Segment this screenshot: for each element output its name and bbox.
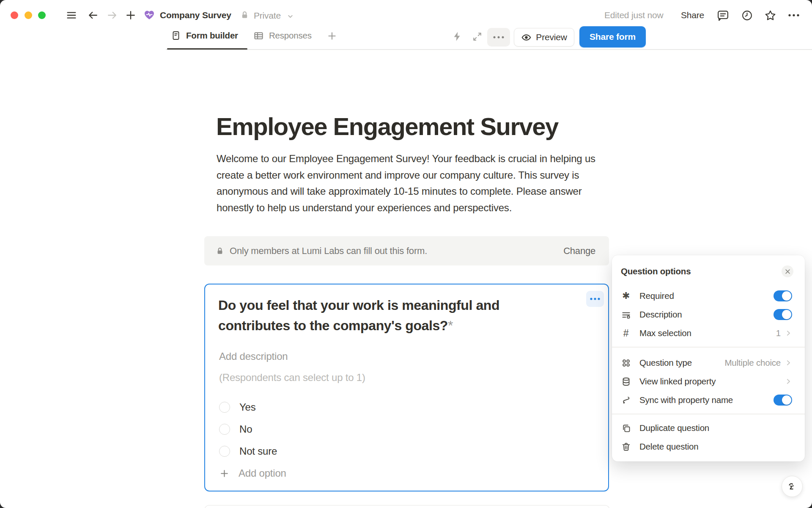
active-tab-underline (167, 48, 247, 50)
selection-hint: (Respondents can select up to 1) (219, 372, 365, 384)
option-row-no[interactable]: No (219, 418, 252, 440)
add-option-button[interactable]: Add option (219, 464, 286, 483)
tab-row-divider (166, 49, 812, 50)
form-description[interactable]: Welcome to our Employee Engagement Surve… (217, 151, 617, 216)
popup-row-delete-question[interactable]: Delete question (612, 437, 805, 456)
option-label[interactable]: Not sure (239, 445, 277, 457)
option-label[interactable]: No (239, 423, 252, 435)
tab-form-builder-label: Form builder (186, 30, 238, 41)
access-notice-text: Only members at Lumi Labs can fill out t… (230, 246, 427, 257)
duplicate-icon (621, 423, 631, 433)
app-window: Company Survey Private Edited just now S… (0, 0, 812, 508)
question-type-value: Multiple choice (724, 358, 781, 368)
favorite-star-icon[interactable] (764, 9, 777, 22)
popup-row-required[interactable]: ✱ Required (612, 287, 805, 305)
responses-table-icon (253, 30, 264, 41)
max-selection-value: 1 (776, 328, 781, 338)
comments-icon[interactable] (716, 9, 730, 22)
privacy-status[interactable]: Private (254, 11, 281, 21)
popup-divider (612, 347, 805, 348)
popup-row-sync-property[interactable]: Sync with property name (612, 391, 805, 409)
trash-icon (621, 442, 631, 452)
notice-lock-icon (216, 247, 224, 255)
question-title[interactable]: Do you feel that your work is meaningful… (218, 295, 569, 336)
sync-property-label: Sync with property name (639, 395, 733, 405)
privacy-chevron-down-icon[interactable] (287, 13, 294, 20)
sync-curve-icon (621, 395, 631, 405)
back-arrow-icon[interactable] (87, 9, 99, 21)
share-button[interactable]: Share (681, 10, 704, 20)
description-toggle[interactable] (774, 309, 792, 320)
delete-question-label: Delete question (639, 442, 698, 452)
sync-property-toggle[interactable] (774, 395, 792, 406)
chevron-right-icon (785, 359, 792, 367)
popup-row-max-selection[interactable]: # Max selection 1 (612, 324, 805, 342)
share-form-button-label: Share form (590, 32, 636, 42)
view-linked-property-label: View linked property (639, 376, 716, 387)
new-tab-plus-icon[interactable] (125, 9, 137, 21)
edited-status: Edited just now (604, 10, 663, 20)
option-label[interactable]: Yes (239, 401, 256, 413)
breadcrumb-page-title[interactable]: Company Survey (160, 10, 231, 20)
automations-lightning-icon[interactable] (452, 31, 463, 42)
option-row-yes[interactable]: Yes (219, 396, 256, 418)
required-label: Required (639, 291, 674, 301)
popup-row-question-type[interactable]: Question type Multiple choice (612, 353, 805, 372)
form-title[interactable]: Employee Engagement Survey (216, 113, 618, 140)
popup-title: Question options (621, 266, 691, 276)
add-description-placeholder[interactable]: Add description (219, 351, 288, 362)
chevron-right-icon (785, 329, 792, 337)
tab-form-builder[interactable]: Form builder (171, 29, 238, 42)
close-icon[interactable] (782, 265, 793, 277)
chevron-right-icon (785, 378, 792, 385)
share-form-button[interactable]: Share form (579, 26, 646, 47)
page-heart-pulse-icon (143, 9, 155, 21)
preview-button-label: Preview (536, 32, 567, 42)
question-options-button[interactable] (586, 291, 604, 307)
access-notice-bar: Only members at Lumi Labs can fill out t… (204, 236, 609, 265)
next-question-card-edge (204, 505, 610, 508)
popup-row-description[interactable]: Description (612, 305, 805, 324)
window-zoom-button[interactable] (38, 11, 46, 19)
asterisk-icon: ✱ (621, 290, 631, 301)
database-icon (621, 377, 631, 387)
window-close-button[interactable] (11, 11, 18, 19)
question-title-text: Do you feel that your work is meaningful… (218, 298, 499, 333)
required-toggle[interactable] (774, 290, 792, 301)
radio-icon[interactable] (219, 424, 230, 435)
duplicate-question-label: Duplicate question (639, 423, 709, 433)
tab-responses-label: Responses (269, 30, 312, 41)
window-minimize-button[interactable] (25, 11, 32, 19)
popup-row-duplicate-question[interactable]: Duplicate question (612, 419, 805, 437)
forward-arrow-icon[interactable] (106, 9, 118, 21)
popup-row-view-linked-property[interactable]: View linked property (612, 372, 805, 391)
expand-diagonal-icon[interactable] (472, 31, 483, 42)
change-access-button[interactable]: Change (563, 246, 595, 257)
lock-icon (240, 11, 249, 19)
max-selection-label: Max selection (639, 328, 691, 338)
required-asterisk: * (448, 318, 453, 333)
more-options-icon[interactable] (787, 11, 801, 19)
sidebar-menu-icon[interactable] (66, 9, 77, 21)
preview-button[interactable]: Preview (514, 28, 574, 47)
question-options-popup: Question options ✱ Required Description … (612, 255, 805, 461)
popup-divider (612, 414, 805, 414)
radio-icon[interactable] (219, 446, 230, 457)
add-option-label: Add option (239, 467, 286, 479)
description-lines-icon (621, 310, 631, 320)
description-label: Description (639, 309, 682, 320)
notion-ai-face-button[interactable] (782, 476, 803, 497)
tab-responses[interactable]: Responses (253, 29, 312, 42)
plus-icon (219, 468, 230, 479)
question-type-grid-icon (621, 358, 631, 368)
question-type-label: Question type (639, 358, 692, 368)
toolbar-more-button[interactable] (487, 28, 510, 47)
form-builder-doc-icon (171, 30, 181, 41)
hash-icon: # (621, 328, 631, 339)
question-card[interactable]: Do you feel that your work is meaningful… (204, 284, 609, 491)
radio-icon[interactable] (219, 402, 230, 413)
option-row-not-sure[interactable]: Not sure (219, 440, 277, 462)
add-tab-plus-icon[interactable] (326, 30, 337, 41)
eye-icon (521, 32, 532, 43)
updates-clock-icon[interactable] (741, 9, 753, 22)
